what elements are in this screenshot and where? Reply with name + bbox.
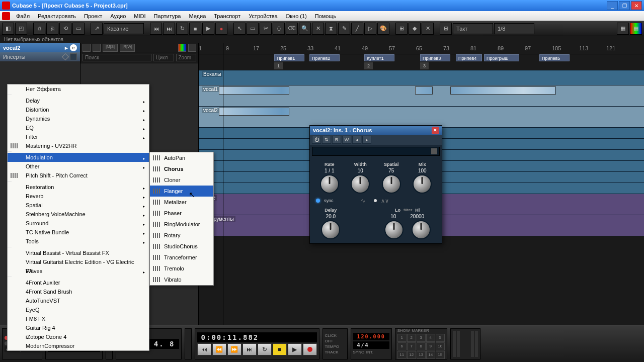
knob-width[interactable]	[351, 174, 370, 194]
marker[interactable]: Припев2	[309, 54, 340, 61]
rewind-button-tp[interactable]: ⏪	[212, 343, 226, 355]
folder-track-vocals[interactable]: Вокалы	[199, 70, 644, 85]
inspector-track-name[interactable]: vocal2▸e	[0, 43, 80, 52]
touch-mode-select[interactable]: Касание	[104, 23, 144, 34]
effect-menu-item[interactable]: AutoTuneVST	[8, 296, 149, 305]
tempo-track-toggle[interactable]: TRACK	[325, 350, 345, 354]
track-vocal2[interactable]: vocal2	[199, 107, 644, 128]
submenu-item[interactable]: StudioChorus	[150, 241, 213, 252]
marker[interactable]: Припев5	[539, 54, 570, 61]
goto-end-button[interactable]: ⏭	[243, 343, 257, 355]
knob-rate[interactable]	[320, 174, 339, 194]
knob-hi[interactable]	[412, 220, 431, 239]
constrain-button[interactable]: ◧	[2, 23, 14, 35]
submenu-item[interactable]: RingModulator	[150, 219, 213, 230]
snap-button[interactable]: ⊞	[395, 23, 408, 35]
effect-menu-item[interactable]: Surround▸	[8, 219, 149, 228]
track-vocal1[interactable]: vocal1	[199, 85, 644, 107]
play-button[interactable]: ▶	[202, 23, 214, 35]
track-rw[interactable]: |R|W|	[120, 44, 135, 52]
nudge-buttons[interactable]	[185, 328, 192, 359]
effect-menu-item[interactable]: Steinberg VoiceMachine▸	[8, 210, 149, 219]
marker-button[interactable]: 4	[426, 334, 435, 342]
marker-button[interactable]: 10	[436, 342, 445, 350]
play-tool[interactable]: ▷	[364, 23, 376, 35]
menu-window[interactable]: Окно (1)	[282, 12, 311, 20]
marker-button[interactable]: 1	[397, 334, 407, 342]
effect-menu-item[interactable]: Mastering - UV22HR	[8, 141, 149, 150]
plugin-close-button[interactable]: ✕	[432, 127, 439, 134]
track-filter[interactable]	[93, 44, 101, 52]
zoom-input[interactable]	[176, 54, 197, 61]
submenu-item[interactable]: Phaser	[150, 208, 213, 219]
menu-score[interactable]: Партитура	[150, 12, 185, 20]
loop-input[interactable]	[153, 54, 174, 61]
inspector-inserts[interactable]: Инсерты	[0, 52, 80, 61]
record-button-tp[interactable]	[303, 343, 317, 355]
marker-button[interactable]: 3	[417, 334, 426, 342]
timecode-display[interactable]: 0:00:11.882	[197, 332, 317, 342]
minimize-button[interactable]: _	[607, 1, 618, 10]
cycle-button-tp[interactable]: ↻	[258, 343, 272, 355]
menu-media[interactable]: Медиа	[185, 12, 210, 20]
glue-tool[interactable]: ⬯	[273, 23, 285, 35]
effect-menu-item[interactable]: Tools▸	[8, 237, 149, 246]
submenu-item[interactable]: Metalizer	[150, 197, 213, 208]
tool-4[interactable]: ▭	[72, 23, 85, 35]
effect-menu-item[interactable]: Delay▸	[8, 96, 149, 105]
marker[interactable]: Проигрыш	[484, 54, 519, 61]
waveform-tri-icon[interactable]: ∧∨	[381, 198, 390, 204]
mute-tool[interactable]: ✕	[312, 23, 324, 35]
click-toggle[interactable]: OFF	[325, 339, 345, 343]
effect-menu-item[interactable]: TC Native Bundle▸	[8, 228, 149, 237]
effect-menu-item[interactable]: EyeQ	[8, 305, 149, 314]
plugin-preset-next[interactable]: ▸	[362, 136, 371, 144]
arranger-event[interactable]: 2	[364, 62, 373, 69]
arranger-event[interactable]: 3	[420, 62, 429, 69]
tool-1[interactable]: ⎙	[33, 23, 45, 35]
effect-menu-item[interactable]: Dynamics▸	[8, 114, 149, 123]
submenu-item[interactable]: Cloner	[150, 174, 213, 186]
stop-button[interactable]: ■	[189, 23, 201, 35]
forward-button[interactable]: ⏭	[163, 23, 175, 35]
close-button[interactable]: ✕	[631, 1, 642, 10]
effect-menu-item[interactable]: ModernCompressor	[8, 341, 149, 350]
forward-button-tp[interactable]: ⏩	[227, 343, 242, 355]
effect-menu-item[interactable]: Restoration▸	[8, 183, 149, 192]
knob-lo[interactable]	[384, 220, 404, 239]
effect-menu-item[interactable]: Reverb▸	[8, 192, 149, 201]
grid-button[interactable]: ⊞	[440, 23, 452, 35]
tempo-display[interactable]: 120.000	[353, 333, 389, 340]
tool-2[interactable]: ⎘	[46, 23, 58, 35]
plugin-preset-prev[interactable]: ◂	[352, 136, 361, 144]
marker-track[interactable]: Припев1Припев2Куплет1Припев3Припев4Проиг…	[199, 54, 644, 62]
marker-button[interactable]: 15	[436, 351, 445, 359]
submenu-item[interactable]: Vibrato	[150, 274, 213, 285]
waveform-sine-icon[interactable]: ∿	[361, 198, 370, 204]
submenu-item[interactable]: Chorus	[150, 163, 213, 174]
marker-button[interactable]: 13	[417, 351, 426, 359]
record-button[interactable]: ●	[215, 23, 227, 35]
marker-button[interactable]: 12	[407, 351, 416, 359]
effect-menu-item[interactable]: Filter▸	[8, 132, 149, 141]
goto-start-button[interactable]: ⏮	[197, 343, 211, 355]
effect-menu-item[interactable]: Spatial▸	[8, 201, 149, 210]
effect-menu-item[interactable]: Distortion▸	[8, 105, 149, 114]
arranger-track[interactable]: 123	[199, 62, 644, 70]
arrow-tool[interactable]: ↖	[233, 23, 246, 35]
color-tool[interactable]: 🎨	[377, 23, 389, 35]
grid-type-select[interactable]: Такт	[453, 23, 493, 34]
effect-menu-item[interactable]: Guitar Rig 4	[8, 323, 149, 332]
effect-menu-item[interactable]: Pitch Shift - Pitch Correct	[8, 171, 149, 180]
search-input[interactable]	[83, 54, 151, 61]
menu-midi[interactable]: MIDI	[130, 12, 149, 20]
quantize-select[interactable]: 1/8	[494, 23, 534, 34]
marker[interactable]: Припев3	[420, 54, 450, 61]
menu-devices[interactable]: Устройства	[245, 12, 282, 20]
menu-edit[interactable]: Редактировать	[34, 12, 80, 20]
plugin-bypass[interactable]: ⇅	[322, 136, 331, 144]
menu-file[interactable]: Файл	[12, 12, 34, 20]
stop-button-tp[interactable]: ■	[273, 343, 287, 355]
effect-menu-item[interactable]: 4Front Sand Brush	[8, 287, 149, 296]
range-tool[interactable]: ▭	[247, 23, 259, 35]
